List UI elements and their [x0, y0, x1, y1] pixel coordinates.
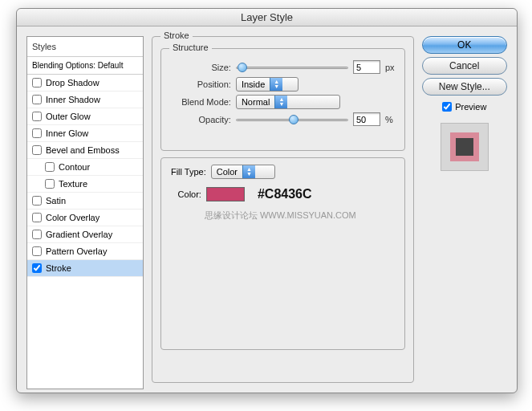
effect-checkbox[interactable] — [45, 179, 55, 189]
chevron-updown-icon: ▲▼ — [242, 165, 255, 178]
opacity-input[interactable] — [353, 112, 380, 126]
stroke-group-legend: Stroke — [160, 31, 193, 40]
effect-row-outer-glow[interactable]: Outer Glow — [27, 108, 143, 125]
opacity-unit: % — [385, 115, 393, 124]
styles-list: Styles Blending Options: Default Drop Sh… — [26, 36, 144, 389]
effect-label: Texture — [59, 179, 87, 189]
effect-checkbox[interactable] — [32, 128, 42, 138]
ok-button[interactable]: OK — [422, 36, 507, 54]
size-label: Size: — [171, 63, 231, 72]
effect-label: Drop Shadow — [46, 78, 99, 87]
opacity-label: Opacity: — [171, 115, 231, 124]
size-row: Size: px — [171, 60, 395, 74]
effect-row-color-overlay[interactable]: Color Overlay — [27, 210, 143, 226]
effect-row-drop-shadow[interactable]: Drop Shadow — [27, 75, 143, 92]
new-style-button[interactable]: New Style... — [422, 78, 507, 96]
filltype-label: Fill Type: — [171, 167, 206, 177]
effect-checkbox[interactable] — [32, 112, 42, 121]
blending-options-row[interactable]: Blending Options: Default — [27, 57, 143, 75]
watermark-text: 思缘设计论坛 WWW.MISSYUAN.COM — [171, 210, 395, 222]
opacity-row: Opacity: % — [171, 112, 395, 126]
effect-checkbox[interactable] — [32, 95, 42, 104]
effect-label: Color Overlay — [46, 213, 99, 222]
fill-group: Fill Type: Color ▲▼ Color: #C8436C 思缘设计论… — [160, 157, 405, 350]
blendmode-select[interactable]: Normal ▲▼ — [236, 95, 340, 109]
position-select[interactable]: Inside ▲▼ — [236, 77, 298, 92]
opacity-slider[interactable] — [236, 114, 348, 125]
preview-label: Preview — [455, 102, 486, 112]
dialog-content: Styles Blending Options: Default Drop Sh… — [17, 26, 517, 399]
button-column: OK Cancel New Style... Preview — [422, 36, 507, 389]
effect-label: Pattern Overlay — [46, 246, 107, 256]
size-unit: px — [385, 63, 395, 72]
filltype-row: Fill Type: Color ▲▼ — [171, 165, 395, 179]
effect-checkbox[interactable] — [45, 162, 55, 172]
effect-row-pattern-overlay[interactable]: Pattern Overlay — [27, 243, 143, 260]
effect-checkbox[interactable] — [32, 145, 42, 155]
preview-swatch — [441, 123, 489, 171]
color-label: Color: — [171, 189, 201, 199]
effect-row-inner-glow[interactable]: Inner Glow — [27, 125, 143, 142]
stroke-group: Stroke Structure Size: px Position: — [152, 36, 414, 383]
color-hex: #C8436C — [258, 187, 312, 201]
layer-style-dialog: Layer Style Styles Blending Options: Def… — [16, 8, 518, 393]
effect-row-bevel-and-emboss[interactable]: Bevel and Emboss — [27, 142, 143, 159]
effect-label: Gradient Overlay — [46, 230, 112, 239]
color-row: Color: #C8436C — [171, 187, 395, 201]
chevron-updown-icon: ▲▼ — [270, 78, 282, 91]
position-label: Position: — [171, 79, 231, 89]
structure-legend: Structure — [169, 43, 212, 52]
size-input[interactable] — [353, 60, 380, 74]
effect-checkbox[interactable] — [32, 196, 42, 206]
effect-checkbox[interactable] — [32, 230, 42, 239]
effect-row-satin[interactable]: Satin — [27, 193, 143, 210]
effect-checkbox[interactable] — [32, 263, 42, 273]
blendmode-label: Blend Mode: — [171, 97, 231, 107]
effect-checkbox[interactable] — [32, 246, 42, 256]
cancel-button[interactable]: Cancel — [422, 57, 507, 75]
settings-panel: Stroke Structure Size: px Position: — [152, 36, 414, 389]
blendmode-row: Blend Mode: Normal ▲▼ — [171, 95, 395, 109]
color-swatch[interactable] — [206, 187, 245, 201]
effect-checkbox[interactable] — [32, 213, 42, 222]
size-slider[interactable] — [236, 62, 348, 73]
preview-checkbox[interactable] — [442, 102, 452, 112]
styles-header[interactable]: Styles — [27, 37, 143, 57]
effect-label: Inner Shadow — [46, 95, 100, 104]
effect-row-inner-shadow[interactable]: Inner Shadow — [27, 92, 143, 108]
effect-label: Satin — [46, 196, 66, 206]
chevron-updown-icon: ▲▼ — [274, 96, 287, 108]
effect-label: Outer Glow — [46, 112, 91, 121]
position-row: Position: Inside ▲▼ — [171, 77, 395, 92]
effect-row-stroke[interactable]: Stroke — [27, 260, 143, 277]
effect-row-texture[interactable]: Texture — [27, 176, 143, 193]
effect-label: Contour — [59, 162, 90, 172]
structure-group: Structure Size: px Position: Insi — [160, 48, 405, 151]
effect-label: Inner Glow — [46, 128, 88, 138]
effect-checkbox[interactable] — [32, 78, 42, 87]
effect-row-gradient-overlay[interactable]: Gradient Overlay — [27, 226, 143, 243]
effect-label: Bevel and Emboss — [46, 145, 120, 155]
effect-label: Stroke — [46, 263, 71, 273]
dialog-title: Layer Style — [17, 9, 517, 26]
filltype-select[interactable]: Color ▲▼ — [211, 165, 275, 179]
preview-toggle[interactable]: Preview — [442, 102, 486, 112]
effect-row-contour[interactable]: Contour — [27, 159, 143, 176]
